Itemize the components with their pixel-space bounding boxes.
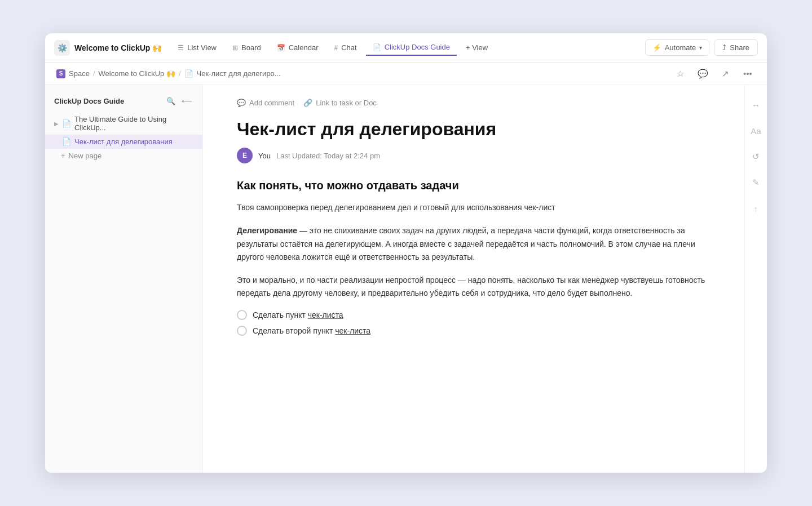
doc-intro: Твоя самопроверка перед делегированием д… — [237, 201, 710, 214]
sidebar-header: ClickUp Docs Guide 🔍 ⟵ — [45, 92, 202, 112]
content-area: 💬 Add comment 🔗 Link to task or Doc Чек-… — [203, 85, 767, 473]
doc-meta: Е You Last Updated: Today at 2:24 pm — [237, 148, 710, 163]
tab-chat-label: Chat — [341, 43, 356, 52]
automate-label: Automate — [665, 43, 696, 52]
right-tools: ↔ Aa ↺ ✎ ↑ — [744, 85, 767, 473]
breadcrumb-doc[interactable]: Чек-лист для делегиро... — [197, 69, 281, 78]
tab-chat[interactable]: # Chat — [327, 40, 363, 55]
sidebar-search-btn[interactable]: 🔍 — [164, 94, 178, 108]
sidebar-item-checklist[interactable]: ▶ 📄 Чек-лист для делегирования — [45, 135, 202, 149]
add-view-btn[interactable]: + View — [459, 40, 495, 55]
last-updated: Last Updated: Today at 2:24 pm — [276, 152, 380, 160]
nav-actions: ⚡ Automate ▾ ⤴ Share — [645, 39, 758, 56]
doc-toolbar: 💬 Add comment 🔗 Link to task or Doc — [237, 99, 710, 107]
tab-list[interactable]: ☰ List View — [171, 40, 223, 55]
sidebar-item-label-1: The Ultimate Guide to Using ClickUp... — [74, 115, 193, 132]
rotate-btn[interactable]: ↺ — [748, 148, 765, 165]
tab-docs[interactable]: 📄 ClickUp Docs Guide — [366, 39, 457, 56]
checklist: Сделать пункт чек-листа Сделать второй п… — [237, 310, 710, 336]
breadcrumb-workspace[interactable]: Welcome to ClickUp 🙌 — [99, 69, 175, 78]
tab-board-label: Board — [241, 43, 261, 52]
comment-toolbar-icon: 💬 — [237, 99, 246, 107]
more-btn[interactable]: ••• — [740, 66, 756, 82]
automate-chevron: ▾ — [699, 45, 702, 51]
chevron-icon: ▶ — [54, 121, 59, 127]
doc-area: 💬 Add comment 🔗 Link to task or Doc Чек-… — [203, 85, 744, 473]
main-layout: ClickUp Docs Guide 🔍 ⟵ ▶ 📄 The Ultimate … — [45, 85, 767, 473]
expand-btn[interactable]: ↗ — [717, 66, 733, 82]
app-logo: ⚙️ Welcome to ClickUp 🙌 — [54, 40, 162, 56]
add-comment-btn[interactable]: 💬 Add comment — [237, 99, 294, 107]
app-title: Welcome to ClickUp 🙌 — [74, 43, 162, 52]
top-nav: ⚙️ Welcome to ClickUp 🙌 ☰ List View ⊞ Bo… — [45, 33, 767, 63]
checklist-link-2[interactable]: чек-листа — [335, 326, 370, 335]
board-icon: ⊞ — [232, 44, 238, 52]
section-title: Как понять, что можно отдавать задачи — [237, 179, 710, 192]
new-page-label: New page — [69, 152, 102, 160]
checklist-link-1[interactable]: чек-листа — [308, 310, 343, 319]
tab-list-label: List View — [187, 43, 217, 52]
sidebar-item-label-2: Чек-лист для делегирования — [74, 137, 193, 146]
paragraph1-bold: Делегирование — [237, 226, 297, 235]
favorite-btn[interactable]: ☆ — [672, 66, 688, 82]
automate-icon: ⚡ — [652, 43, 661, 52]
link-btn[interactable]: 🔗 Link to task or Doc — [303, 99, 377, 107]
sidebar-title: ClickUp Docs Guide — [54, 97, 124, 105]
checklist-text-2: Сделать второй пункт чек-листа — [253, 326, 370, 335]
breadcrumb-sep2: / — [179, 69, 181, 78]
doc-paragraph-2: Это и морально, и по части реализации не… — [237, 274, 710, 300]
comment-btn[interactable]: 💬 — [695, 66, 710, 82]
breadcrumb-sep1: / — [93, 69, 95, 78]
tab-calendar-label: Calendar — [289, 43, 319, 52]
breadcrumb: S Space / Welcome to ClickUp 🙌 / 📄 Чек-л… — [45, 63, 767, 85]
share-button[interactable]: ⤴ Share — [714, 39, 758, 56]
share-icon: ⤴ — [722, 43, 726, 52]
doc-title: Чек-лист для делегирования — [237, 118, 710, 140]
calendar-icon: 📅 — [277, 44, 285, 52]
sidebar: ClickUp Docs Guide 🔍 ⟵ ▶ 📄 The Ultimate … — [45, 85, 203, 473]
breadcrumb-space[interactable]: Space — [69, 69, 90, 78]
breadcrumb-doc-icon: 📄 — [184, 69, 193, 78]
checklist-item-2: Сделать второй пункт чек-листа — [237, 326, 710, 336]
docs-icon: 📄 — [373, 43, 381, 51]
expand-width-btn[interactable]: ↔ — [748, 96, 765, 113]
sidebar-item-ultimate-guide[interactable]: ▶ 📄 The Ultimate Guide to Using ClickUp.… — [45, 112, 202, 135]
checklist-text-1: Сделать пункт чек-листа — [253, 310, 343, 319]
app-window: ⚙️ Welcome to ClickUp 🙌 ☰ List View ⊞ Bo… — [45, 33, 767, 473]
space-icon: S — [56, 69, 65, 78]
new-page-btn[interactable]: + New page — [45, 149, 202, 163]
sidebar-collapse-btn[interactable]: ⟵ — [180, 94, 193, 108]
checkbox-2[interactable] — [237, 326, 247, 336]
author-name: You — [258, 152, 271, 160]
doc-icon-1: 📄 — [62, 119, 71, 128]
add-view-label: + View — [466, 43, 488, 52]
plus-icon: + — [61, 152, 65, 160]
checkbox-1[interactable] — [237, 310, 247, 320]
add-comment-label: Add comment — [249, 99, 294, 107]
font-size-btn[interactable]: Aa — [748, 122, 765, 139]
tab-docs-label: ClickUp Docs Guide — [385, 43, 450, 51]
upload-btn[interactable]: ↑ — [748, 200, 765, 217]
doc-paragraph-1: Делегирование — это не спихивание своих … — [237, 224, 710, 263]
automate-button[interactable]: ⚡ Automate ▾ — [645, 39, 710, 56]
logo-icon: ⚙️ — [54, 40, 70, 56]
edit-btn[interactable]: ✎ — [748, 174, 765, 191]
breadcrumb-actions: ☆ 💬 ↗ ••• — [672, 66, 756, 82]
avatar: Е — [237, 148, 253, 163]
link-icon: 🔗 — [303, 99, 312, 107]
sidebar-header-actions: 🔍 ⟵ — [164, 94, 193, 108]
share-label: Share — [730, 43, 749, 52]
hash-icon: # — [334, 44, 338, 52]
tab-board[interactable]: ⊞ Board — [226, 40, 268, 55]
checklist-item-1: Сделать пункт чек-листа — [237, 310, 710, 320]
link-label: Link to task or Doc — [316, 99, 377, 107]
doc-icon-2: 📄 — [62, 137, 71, 146]
list-icon: ☰ — [178, 44, 184, 52]
tab-calendar[interactable]: 📅 Calendar — [270, 40, 325, 55]
paragraph1-rest: — это не спихивание своих задач на други… — [237, 226, 695, 261]
